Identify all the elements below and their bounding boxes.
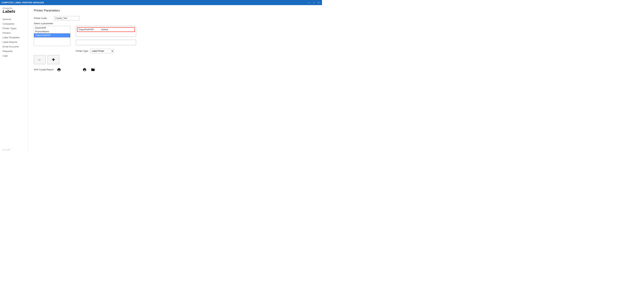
select-param-row: Select a parameter: bbox=[34, 22, 316, 25]
param-display-box: OutputPathPDF bbox=[76, 26, 136, 37]
parameter-list: SaveAsPdf PhysicalName OutputPathPDF bbox=[34, 26, 70, 46]
param-value-input[interactable] bbox=[100, 28, 133, 31]
close-button[interactable]: ✕ bbox=[317, 1, 320, 4]
sidebar-item-label-templates[interactable]: Label Templates bbox=[2, 35, 28, 40]
param-highlighted-row: OutputPathPDF bbox=[77, 27, 135, 32]
logo-brand: Labels bbox=[2, 9, 28, 14]
main-content: Printer Parameters Printer Code: Select … bbox=[28, 5, 322, 153]
printer-code-input[interactable] bbox=[54, 16, 80, 20]
print2-icon bbox=[82, 68, 86, 72]
back-arrow-icon: ← bbox=[38, 58, 42, 62]
title-bar: COMPUTEC LABEL PRINTING MANAGER — □ ✕ bbox=[0, 0, 322, 5]
sidebar-item-email-accounts[interactable]: Email Accounts bbox=[2, 44, 28, 49]
param-item-save-as-pdf[interactable]: SaveAsPdf bbox=[34, 26, 70, 30]
printer-type-label: Printer Type: bbox=[76, 50, 89, 52]
param-key-label: OutputPathPDF bbox=[78, 28, 100, 31]
add-icon: ✚ bbox=[52, 57, 55, 62]
crystal-report-label: SAP Crystal Report bbox=[34, 68, 54, 71]
param-item-physical-name[interactable]: PhysicalName bbox=[34, 30, 70, 33]
sidebar: #CompuTec Labels General Companies Print… bbox=[0, 5, 28, 153]
app-title: COMPUTEC LABEL PRINTING MANAGER bbox=[2, 1, 44, 4]
version-label: 4.7.1.137 bbox=[2, 147, 28, 151]
folder-button[interactable] bbox=[90, 67, 96, 73]
window-controls: — □ ✕ bbox=[307, 1, 320, 4]
folder-icon bbox=[91, 68, 95, 72]
sidebar-item-label-reports[interactable]: Label Reports bbox=[2, 40, 28, 44]
crystal-report-row: SAP Crystal Report bbox=[34, 67, 316, 73]
sidebar-item-logs[interactable]: Logs bbox=[2, 53, 28, 58]
print-button-2[interactable] bbox=[82, 67, 88, 73]
maximize-button[interactable]: □ bbox=[312, 1, 316, 4]
printer-type-row: Printer Type: Label Printer Crystal Repo… bbox=[76, 49, 138, 53]
printer-code-label: Printer Code: bbox=[34, 17, 52, 19]
page-title: Printer Parameters bbox=[34, 9, 316, 12]
sidebar-item-companies[interactable]: Companies bbox=[2, 21, 28, 26]
app-container: #CompuTec Labels General Companies Print… bbox=[0, 5, 322, 153]
print-icon bbox=[57, 68, 61, 72]
sidebar-item-printer-types[interactable]: Printer Types bbox=[2, 26, 28, 31]
left-column: SaveAsPdf PhysicalName OutputPathPDF bbox=[34, 26, 72, 53]
sidebar-item-general[interactable]: General bbox=[2, 17, 28, 21]
right-column: OutputPathPDF Printer Type: Label Printe… bbox=[76, 26, 138, 53]
minimize-button[interactable]: — bbox=[307, 1, 311, 4]
crystal-print-button[interactable] bbox=[56, 67, 62, 73]
printer-type-select[interactable]: Label Printer Crystal Report PDF Printer bbox=[90, 49, 114, 53]
printer-code-row: Printer Code: bbox=[34, 16, 316, 20]
params-layout: SaveAsPdf PhysicalName OutputPathPDF Out… bbox=[34, 26, 316, 53]
param-empty-box bbox=[76, 40, 136, 45]
param-item-output-path-pdf[interactable]: OutputPathPDF bbox=[34, 33, 70, 37]
action-buttons-row: ← ✚ bbox=[34, 55, 316, 64]
add-button[interactable]: ✚ bbox=[48, 55, 59, 64]
sidebar-item-printers[interactable]: Printers bbox=[2, 31, 28, 35]
select-param-label: Select a parameter: bbox=[34, 22, 54, 25]
sidebar-item-requests[interactable]: Requests bbox=[2, 49, 28, 53]
logo-area: #CompuTec Labels bbox=[2, 7, 28, 14]
back-button[interactable]: ← bbox=[34, 55, 46, 64]
